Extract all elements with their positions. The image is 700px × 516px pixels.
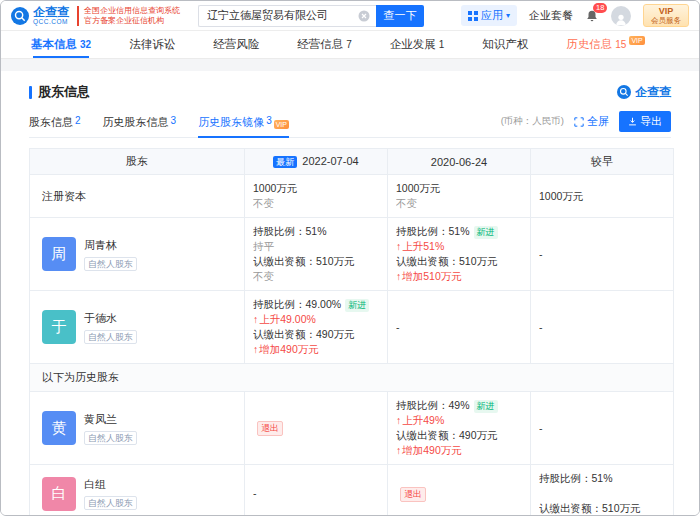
clear-search-icon[interactable] xyxy=(358,10,370,22)
registered-capital-label: 注册资本 xyxy=(30,175,245,218)
cell-text: - xyxy=(539,248,543,260)
cell-line: 持股比例：49.00%新进 xyxy=(253,297,379,312)
new-entry-badge: 新进 xyxy=(474,400,498,413)
snapshot-cell: - xyxy=(531,291,674,364)
cell-line: ↑增加490万元 xyxy=(253,342,379,357)
shareholder-identity: 白白组自然人股东 xyxy=(38,477,236,511)
shareholder-type-tag: 自然人股东 xyxy=(84,496,137,510)
up-arrow-icon: ↑ xyxy=(253,313,258,325)
enterprise-package-link[interactable]: 企业套餐 xyxy=(529,8,573,23)
cell-line: 1000万元 xyxy=(539,189,665,204)
subtab-count: 3 xyxy=(266,115,272,130)
cell-text: 1000万元 xyxy=(253,182,297,194)
search-input[interactable] xyxy=(198,5,376,27)
logo-domain: QCC.COM xyxy=(33,18,69,25)
cell-line: 持股比例：49%新进 xyxy=(396,398,522,413)
cell-line: ↑增加490万元 xyxy=(396,443,522,458)
notification-count-badge: 18 xyxy=(593,3,607,13)
cell-text: - xyxy=(253,487,257,499)
shareholder-type-tag: 自然人股东 xyxy=(84,257,137,271)
subtab-label: 历史股东信息 xyxy=(103,115,169,130)
shareholder-info: 周青林自然人股东 xyxy=(84,238,137,271)
subtab-label: 股东信息 xyxy=(29,115,73,130)
table-row: 白白组自然人股东-退出持股比例：51% 认缴出资额：510万元 xyxy=(30,465,674,516)
cell-line: 1000万元 xyxy=(253,181,379,196)
nav-tab-label: 历史信息 xyxy=(566,37,612,52)
cell-text: 持股比例：51% xyxy=(539,472,613,484)
shareholder-identity: 周周青林自然人股东 xyxy=(38,237,236,271)
nav-tab-3[interactable]: 经营风险 xyxy=(213,31,259,58)
cell-line: - xyxy=(539,320,665,335)
shareholder-name[interactable]: 于德水 xyxy=(84,311,137,326)
shareholder-table: 股东最新2022-07-042020-06-24较早 注册资本1000万元不变1… xyxy=(29,148,674,516)
subtab-2[interactable]: 历史股东信息3 xyxy=(103,113,177,137)
snapshot-cell: 持股比例：51% 认缴出资额：510万元 xyxy=(531,465,674,516)
search-button[interactable]: 查一下 xyxy=(376,5,424,27)
qcc-watermark-icon xyxy=(617,85,631,99)
main-nav-tabs: 基本信息32法律诉讼经营风险经营信息7企业发展1知识产权历史信息15VIP xyxy=(1,31,699,59)
shareholder-info: 黄凤兰自然人股东 xyxy=(84,412,137,445)
snapshot-cell: 1000万元不变 xyxy=(245,175,388,218)
search-bar: 查一下 xyxy=(198,5,424,27)
nav-tab-count: 32 xyxy=(80,39,91,50)
subtab-1[interactable]: 股东信息2 xyxy=(29,113,81,137)
shareholder-name[interactable]: 白组 xyxy=(84,477,137,492)
vip-membership-badge[interactable]: VIP 会员服务 xyxy=(643,4,689,27)
snapshot-cell: 1000万元 xyxy=(531,175,674,218)
snapshot-cell: - xyxy=(531,392,674,465)
apps-menu-button[interactable]: 应用 ▾ xyxy=(461,5,517,26)
seal-line-2: 官方备案企业征信机构 xyxy=(84,16,180,26)
qcc-watermark-label: 企查查 xyxy=(635,84,671,101)
cell-text: 持股比例：51% xyxy=(253,225,327,237)
cell-text: 增加510万元 xyxy=(402,270,462,282)
nav-tab-4[interactable]: 经营信息7 xyxy=(297,31,352,58)
shareholder-cell: 白白组自然人股东 xyxy=(30,465,245,516)
fullscreen-button[interactable]: 全屏 xyxy=(574,114,609,129)
nav-tab-count: 15 xyxy=(615,39,626,50)
grid-icon xyxy=(468,11,478,21)
cell-text: - xyxy=(539,321,543,333)
nav-tab-2[interactable]: 法律诉讼 xyxy=(129,31,175,58)
avatar[interactable]: 黄 xyxy=(42,411,76,445)
table-row: 黄黄凤兰自然人股东退出持股比例：49%新进↑上升49%认缴出资额：490万元↑增… xyxy=(30,392,674,465)
export-label: 导出 xyxy=(640,114,662,129)
subtab-count: 2 xyxy=(75,115,81,130)
shareholder-name[interactable]: 周青林 xyxy=(84,238,137,253)
cell-line: - xyxy=(539,247,665,262)
table-row: 于于德水自然人股东持股比例：49.00%新进↑上升49.00%认缴出资额：490… xyxy=(30,291,674,364)
table-header-row: 股东最新2022-07-042020-06-24较早 xyxy=(30,149,674,175)
cell-text: 认缴出资额：510万元 xyxy=(396,255,498,267)
cell-line: ↑上升51% xyxy=(396,239,522,254)
user-avatar[interactable] xyxy=(611,6,631,26)
title-accent-bar xyxy=(29,86,32,99)
section-header: 股东信息 企查查 xyxy=(29,83,671,101)
cell-line: 认缴出资额：490万元 xyxy=(396,428,522,443)
shareholder-name[interactable]: 黄凤兰 xyxy=(84,412,137,427)
nav-tab-6[interactable]: 知识产权 xyxy=(482,31,528,58)
column-header: 股东 xyxy=(30,149,245,175)
nav-tab-7[interactable]: 历史信息15VIP xyxy=(566,31,644,58)
nav-tab-5[interactable]: 企业发展1 xyxy=(390,31,445,58)
vip-sublabel: 会员服务 xyxy=(651,16,681,25)
cell-text: 不变 xyxy=(253,197,274,209)
cell-line xyxy=(539,486,665,501)
cell-text: 持股比例：51% xyxy=(396,225,470,237)
subtab-3[interactable]: 历史股东镜像3VIP xyxy=(198,113,289,137)
export-button[interactable]: 导出 xyxy=(619,111,671,132)
snapshot-cell: 退出 xyxy=(388,465,531,516)
cell-line: 退出 xyxy=(396,486,522,502)
table-row: 注册资本1000万元不变1000万元不变1000万元 xyxy=(30,175,674,218)
avatar[interactable]: 白 xyxy=(42,477,76,511)
avatar[interactable]: 于 xyxy=(42,310,76,344)
cell-line: - xyxy=(396,320,522,335)
snapshot-cell: - xyxy=(245,465,388,516)
qcc-logo[interactable]: 企查查 QCC.COM xyxy=(11,6,69,25)
avatar[interactable]: 周 xyxy=(42,237,76,271)
nav-tab-1[interactable]: 基本信息32 xyxy=(31,31,91,58)
table-body: 注册资本1000万元不变1000万元不变1000万元周周青林自然人股东持股比例：… xyxy=(30,175,674,516)
shareholder-identity: 黄黄凤兰自然人股东 xyxy=(38,411,236,445)
top-header: 企查查 QCC.COM 全国企业信用信息查询系统 官方备案企业征信机构 查一下 … xyxy=(1,1,699,31)
cell-text: 上升49.00% xyxy=(259,313,316,325)
cell-line: ↑上升49% xyxy=(396,413,522,428)
notifications-button[interactable]: 18 xyxy=(585,9,599,23)
